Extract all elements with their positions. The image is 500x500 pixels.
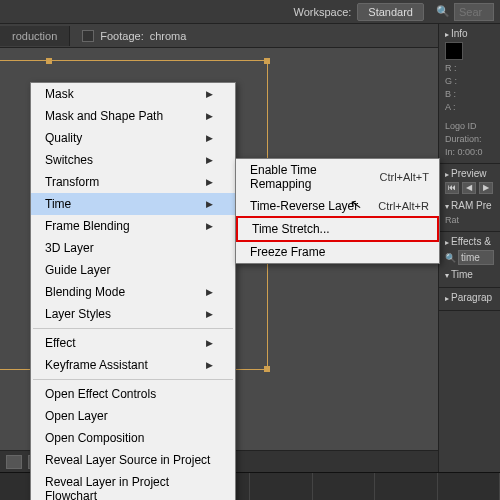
footage-name: chroma bbox=[150, 30, 187, 42]
workspace-dropdown[interactable]: Standard bbox=[357, 3, 424, 21]
info-a: A : bbox=[445, 101, 456, 114]
color-swatch bbox=[445, 42, 463, 60]
toggle-icon[interactable] bbox=[6, 455, 22, 469]
first-frame-button[interactable]: ⏮ bbox=[445, 182, 459, 194]
info-panel: ▸Info R : G : B : A : Logo ID Duration: … bbox=[439, 24, 500, 164]
menu-item-open-composition[interactable]: Open Composition bbox=[31, 427, 235, 449]
menu-separator bbox=[33, 379, 233, 380]
menu-item-reveal-layer-in-project-flowchart[interactable]: Reveal Layer in Project Flowchart bbox=[31, 471, 235, 500]
ram-preview-label: RAM Pre bbox=[451, 200, 492, 211]
shortcut-label: Ctrl+Alt+R bbox=[378, 200, 429, 212]
effects-title: Effects & bbox=[451, 236, 491, 247]
submenu-arrow-icon: ▶ bbox=[206, 155, 213, 165]
search-input[interactable] bbox=[454, 3, 494, 21]
menu-item-layer-styles[interactable]: Layer Styles▶ bbox=[31, 303, 235, 325]
project-tab[interactable]: roduction bbox=[0, 26, 70, 46]
submenu-arrow-icon: ▶ bbox=[206, 177, 213, 187]
effects-time-group[interactable]: Time bbox=[451, 269, 473, 280]
info-in: In: 0:00:0 bbox=[445, 146, 483, 159]
menu-item-mask[interactable]: Mask▶ bbox=[31, 83, 235, 105]
info-title: Info bbox=[451, 28, 468, 39]
footage-swatch bbox=[82, 30, 94, 42]
submenu-arrow-icon: ▶ bbox=[206, 338, 213, 348]
menu-item-3d-layer[interactable]: 3D Layer bbox=[31, 237, 235, 259]
info-logo: Logo ID bbox=[445, 120, 477, 133]
submenu-item-enable-time-remapping[interactable]: Enable Time RemappingCtrl+Alt+T bbox=[236, 159, 439, 195]
info-r: R : bbox=[445, 62, 457, 75]
menu-item-blending-mode[interactable]: Blending Mode▶ bbox=[31, 281, 235, 303]
preview-title: Preview bbox=[451, 168, 487, 179]
submenu-arrow-icon: ▶ bbox=[206, 221, 213, 231]
menu-item-reveal-layer-source-in-project[interactable]: Reveal Layer Source in Project bbox=[31, 449, 235, 471]
submenu-item-freeze-frame[interactable]: Freeze Frame bbox=[236, 241, 439, 263]
menu-item-frame-blending[interactable]: Frame Blending▶ bbox=[31, 215, 235, 237]
search-icon: 🔍 bbox=[445, 253, 456, 263]
menu-separator bbox=[33, 328, 233, 329]
effects-panel: ▸Effects & 🔍 ▾Time bbox=[439, 232, 500, 288]
menu-item-mask-and-shape-path[interactable]: Mask and Shape Path▶ bbox=[31, 105, 235, 127]
frame-rate-label: Rat bbox=[445, 214, 459, 227]
workspace-label: Workspace: bbox=[293, 6, 351, 18]
submenu-item-time-stretch-[interactable]: Time Stretch... bbox=[236, 216, 439, 242]
menu-item-guide-layer[interactable]: Guide Layer bbox=[31, 259, 235, 281]
submenu-arrow-icon: ▶ bbox=[206, 199, 213, 209]
submenu-arrow-icon: ▶ bbox=[206, 133, 213, 143]
menu-item-keyframe-assistant[interactable]: Keyframe Assistant▶ bbox=[31, 354, 235, 376]
menu-item-time[interactable]: Time▶ bbox=[31, 193, 235, 215]
paragraph-title: Paragrap bbox=[451, 292, 492, 303]
shortcut-label: Ctrl+Alt+T bbox=[379, 171, 429, 183]
menu-item-quality[interactable]: Quality▶ bbox=[31, 127, 235, 149]
submenu-arrow-icon: ▶ bbox=[206, 111, 213, 121]
footage-label: Footage: bbox=[100, 30, 143, 42]
submenu-arrow-icon: ▶ bbox=[206, 287, 213, 297]
effects-search-input[interactable] bbox=[458, 250, 494, 265]
cursor-icon: ↖ bbox=[349, 195, 364, 213]
info-g: G : bbox=[445, 75, 457, 88]
time-submenu: Enable Time RemappingCtrl+Alt+TTime-Reve… bbox=[235, 158, 440, 264]
resize-handle[interactable] bbox=[264, 58, 270, 64]
resize-handle[interactable] bbox=[264, 366, 270, 372]
menu-item-transform[interactable]: Transform▶ bbox=[31, 171, 235, 193]
submenu-arrow-icon: ▶ bbox=[206, 309, 213, 319]
info-duration: Duration: bbox=[445, 133, 482, 146]
paragraph-panel: ▸Paragrap bbox=[439, 288, 500, 311]
info-b: B : bbox=[445, 88, 456, 101]
context-menu: Mask▶Mask and Shape Path▶Quality▶Switche… bbox=[30, 82, 236, 500]
resize-handle[interactable] bbox=[46, 58, 52, 64]
submenu-arrow-icon: ▶ bbox=[206, 360, 213, 370]
menu-item-effect[interactable]: Effect▶ bbox=[31, 332, 235, 354]
search-icon: 🔍 bbox=[436, 5, 450, 18]
submenu-item-time-reverse-layer[interactable]: Time-Reverse LayerCtrl+Alt+R bbox=[236, 195, 439, 217]
menu-item-open-layer[interactable]: Open Layer bbox=[31, 405, 235, 427]
play-button[interactable]: ▶ bbox=[479, 182, 493, 194]
preview-panel: ▸Preview ⏮ ◀ ▶ ▾RAM Pre Rat bbox=[439, 164, 500, 232]
submenu-arrow-icon: ▶ bbox=[206, 89, 213, 99]
prev-frame-button[interactable]: ◀ bbox=[462, 182, 476, 194]
menu-item-switches[interactable]: Switches▶ bbox=[31, 149, 235, 171]
menu-item-open-effect-controls[interactable]: Open Effect Controls bbox=[31, 383, 235, 405]
